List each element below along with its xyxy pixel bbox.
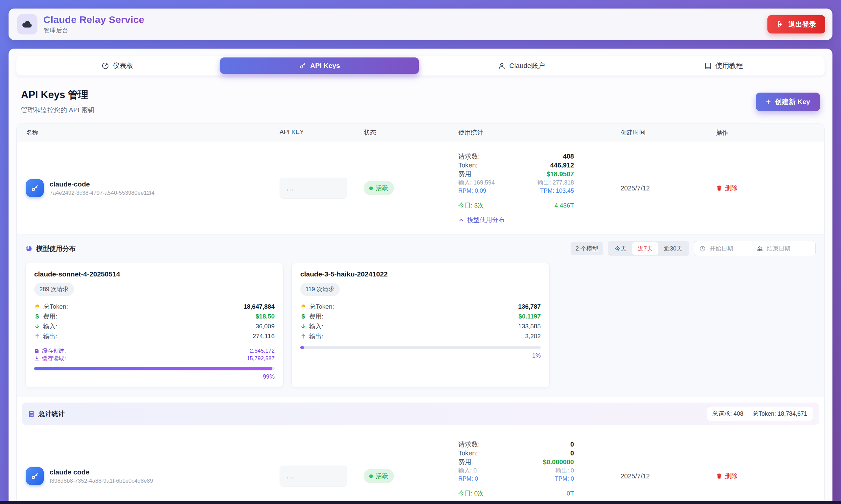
logout-label: 退出登录 [788, 20, 816, 29]
page-heading: API Keys 管理 管理和监控您的 API 密钥 + 创建新 Key [16, 85, 825, 123]
usage-stats: 请求数:0 Token:0 费用:$0.000000 输入: 0输出: 0 RP… [458, 440, 574, 504]
col-header-created: 创建时间 [620, 128, 716, 137]
panel-title: 模型使用分布 [36, 244, 75, 253]
usage-progress-fill [300, 346, 304, 349]
trash-icon [716, 185, 722, 192]
range-7d[interactable]: 近7天 [632, 242, 658, 255]
book-icon [704, 62, 712, 70]
logout-icon [777, 20, 785, 28]
trash-icon [716, 473, 722, 479]
date-separator: 至 [757, 245, 763, 252]
tab-claude-account[interactable]: Claude账户 [422, 57, 621, 74]
api-key-masked[interactable]: ... [280, 178, 347, 199]
delete-button[interactable]: 删除 [716, 472, 737, 480]
input-value: 133,585 [518, 321, 541, 331]
model-usage-toggle[interactable]: 模型使用分布 [458, 216, 505, 224]
col-header-actions: 操作 [716, 128, 824, 137]
key-id: 7a4e2492-3c38-4797-a540-553980ee12f4 [50, 190, 155, 196]
today-tokens: 0T [567, 489, 574, 498]
table-row: claude-code 7a4e2492-3c38-4797-a540-5539… [17, 142, 824, 234]
col-header-status: 状态 [364, 128, 458, 137]
save-icon [34, 348, 39, 354]
input-value: 36,009 [256, 321, 275, 331]
total-token-value: 18,647,884 [243, 302, 275, 311]
tab-label: API Keys [310, 62, 340, 70]
output-value: 输出: 0 [556, 467, 574, 475]
page-subtitle: 管理和监控您的 API 密钥 [21, 106, 94, 114]
request-count-badge: 289 次请求 [34, 283, 74, 296]
today-requests: 今日: 0次 [458, 489, 484, 498]
created-date: 2025/7/12 [620, 184, 716, 192]
chevron-up-icon [458, 217, 464, 223]
cache-read-value: 15,792,587 [247, 355, 275, 362]
delete-button[interactable]: 删除 [716, 184, 737, 193]
output-value: 输出: 277,318 [538, 179, 574, 187]
status-badge: 活跃 [364, 469, 394, 483]
model-card: claude-3-5-haiku-20241022 119 次请求 总Token… [292, 263, 549, 388]
main-card: 仪表板 API Keys Claude账户 使用教程 API Keys 管理 管… [8, 49, 833, 504]
token-value: 446,912 [550, 161, 574, 170]
usage-stats: 请求数:408 Token:446,912 费用:$18.9507 输入: 16… [458, 152, 574, 224]
cost-value: $18.9507 [547, 170, 574, 179]
input-value: 输入: 0 [458, 467, 477, 475]
date-range-picker[interactable]: 至 [694, 241, 816, 256]
arrow-down-icon [300, 323, 306, 329]
download-icon [34, 356, 39, 361]
token-value: 0 [570, 449, 574, 458]
app-title: Claude Relay Service [43, 14, 144, 25]
page: Claude Relay Service 管理后台 退出登录 仪表板 API K… [0, 8, 841, 504]
usage-percent: 99% [34, 373, 275, 380]
tab-dashboard[interactable]: 仪表板 [18, 57, 217, 74]
total-tokens: 总Token: 18,784,671 [753, 410, 807, 418]
clock-icon [699, 246, 706, 252]
key-name: claude code [50, 468, 153, 476]
totals-label: 总计统计 [38, 410, 65, 418]
table-row: claude code f398d8b8-7352-4a88-9a1f-6b1e… [17, 430, 824, 504]
end-date-input[interactable] [767, 245, 810, 252]
model-name: claude-3-5-haiku-20241022 [300, 270, 541, 278]
dollar-icon: $ [300, 311, 306, 321]
api-key-masked[interactable]: ... [280, 466, 347, 487]
range-30d[interactable]: 近30天 [658, 242, 688, 255]
tab-api-keys[interactable]: API Keys [220, 57, 419, 74]
status-badge: 活跃 [364, 181, 394, 195]
model-usage-panel: 模型使用分布 2 个模型 今天 近7天 近30天 至 [17, 234, 824, 397]
create-key-label: 创建新 Key [775, 97, 810, 106]
cost-value: $18.50 [256, 311, 275, 321]
tab-label: 仪表板 [113, 61, 134, 70]
table-header-row: 名称 API KEY 状态 使用统计 创建时间 操作 [17, 124, 824, 142]
window-bottom-edge [0, 501, 841, 504]
logout-button[interactable]: 退出登录 [767, 15, 825, 34]
total-requests: 总请求: 408 [713, 410, 743, 418]
col-header-usage: 使用统计 [458, 128, 620, 137]
output-value: 274,116 [252, 331, 275, 341]
start-date-input[interactable] [709, 245, 753, 252]
page-title: API Keys 管理 [21, 88, 94, 102]
output-value: 3,202 [525, 331, 541, 341]
model-name: claude-sonnet-4-20250514 [34, 270, 275, 278]
range-today[interactable]: 今天 [609, 242, 632, 255]
usage-progress-bar [300, 346, 541, 349]
key-avatar [26, 467, 44, 485]
range-segmented-control: 今天 近7天 近30天 [608, 241, 689, 256]
created-date: 2025/7/12 [620, 472, 716, 480]
cost-value: $0.000000 [543, 458, 574, 467]
usage-progress-bar [34, 367, 275, 371]
plus-icon: + [766, 97, 771, 106]
request-count-badge: 119 次请求 [300, 283, 340, 296]
coins-icon [34, 304, 40, 310]
tab-bar: 仪表板 API Keys Claude账户 使用教程 [16, 56, 825, 75]
create-key-button[interactable]: + 创建新 Key [756, 93, 820, 111]
totals-summary: 总请求: 408 总Token: 18,784,671 [707, 406, 813, 421]
col-header-api-key: API KEY [280, 128, 364, 137]
user-icon [498, 62, 506, 70]
dollar-icon: $ [34, 311, 40, 321]
key-id: f398d8b8-7352-4a88-9a1f-6b1e0c4d8e89 [50, 478, 153, 484]
rpm-value: RPM: 0 [458, 475, 478, 483]
tab-tutorial[interactable]: 使用教程 [624, 57, 823, 74]
gauge-icon [102, 62, 109, 70]
app-logo [17, 14, 37, 35]
cost-value: $0.1197 [519, 311, 541, 321]
tpm-value: TPM: 103.45 [540, 187, 574, 195]
coins-icon [300, 304, 306, 310]
